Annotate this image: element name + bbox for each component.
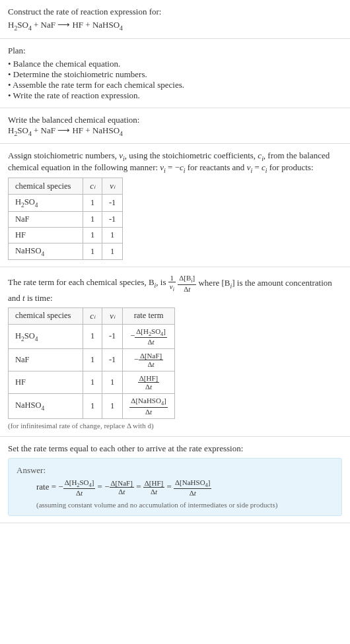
cell-species: NaHSO4 [9,243,83,260]
answer-equation: rate = −Δ[H2SO4]Δt = −Δ[NaF]Δt = Δ[HF]Δt… [36,478,333,497]
cell-c: 1 [83,227,102,243]
balanced-equation: H2SO4 + NaF ⟶ HF + NaHSO4 [8,125,342,137]
table-header-row: chemical species cᵢ νᵢ rate term [9,307,175,324]
cell-nu: -1 [102,195,122,212]
plan-item: Write the rate of reaction expression. [8,90,342,101]
final-section: Set the rate terms equal to each other t… [0,437,350,523]
cell-species: NaHSO4 [9,394,83,418]
cell-c: 1 [83,195,102,212]
cell-nu: -1 [102,349,122,371]
prompt-section: Construct the rate of reaction expressio… [0,0,350,39]
stoich-table: chemical species cᵢ νᵢ H2SO4 1 -1 NaF 1 … [8,177,123,260]
final-heading: Set the rate terms equal to each other t… [8,443,342,454]
cell-term: −Δ[NaF]Δt [123,349,174,371]
cell-species: HF [9,227,83,243]
plan-item: Balance the chemical equation. [8,59,342,69]
col-nu: νᵢ [102,178,122,195]
cell-nu: 1 [102,243,122,260]
answer-note: (assuming constant volume and no accumul… [36,501,333,509]
cell-c: 1 [83,394,102,418]
balanced-section: Write the balanced chemical equation: H2… [0,108,350,145]
cell-term: Δ[NaHSO4]Δt [123,394,174,418]
cell-c: 1 [83,324,102,348]
cell-c: 1 [83,243,102,260]
rate-term-table: chemical species cᵢ νᵢ rate term H2SO4 1… [8,307,175,419]
cell-c: 1 [83,211,102,227]
cell-nu: 1 [102,371,122,394]
rate-term-section: The rate term for each chemical species,… [0,267,350,436]
col-species: chemical species [9,307,83,324]
table-row: NaF 1 -1 [9,211,123,227]
cell-nu: -1 [102,324,122,348]
cell-species: H2SO4 [9,324,83,348]
stoich-section: Assign stoichiometric numbers, νi, using… [0,144,350,267]
plan-section: Plan: Balance the chemical equation. Det… [0,39,350,108]
cell-species: NaF [9,211,83,227]
rate-term-intro: The rate term for each chemical species,… [8,274,342,303]
cell-species: H2SO4 [9,195,83,212]
col-nu: νᵢ [102,307,122,324]
table-row: HF 1 1 [9,227,123,243]
answer-label: Answer: [17,465,333,476]
prompt-equation: H2SO4 + NaF ⟶ HF + NaHSO4 [8,20,342,32]
cell-species: HF [9,371,83,394]
frac-one-over-nu: 1 νi [168,274,176,292]
table-row: H2SO4 1 -1 [9,195,123,212]
table-header-row: chemical species cᵢ νᵢ [9,178,123,195]
cell-term: −Δ[H2SO4]Δt [123,324,174,348]
plan-list: Balance the chemical equation. Determine… [8,59,342,101]
cell-nu: 1 [102,227,122,243]
table-row: NaHSO4 1 1 Δ[NaHSO4]Δt [9,394,175,418]
table-row: H2SO4 1 -1 −Δ[H2SO4]Δt [9,324,175,348]
col-c: cᵢ [83,307,102,324]
cell-species: NaF [9,349,83,371]
table-row: HF 1 1 Δ[HF]Δt [9,371,175,394]
rate-term-note: (for infinitesimal rate of change, repla… [8,422,342,430]
answer-box: Answer: rate = −Δ[H2SO4]Δt = −Δ[NaF]Δt =… [8,458,342,516]
table-row: NaHSO4 1 1 [9,243,123,260]
stoich-text: Assign stoichiometric numbers, νi, using… [8,150,342,174]
plan-item: Determine the stoichiometric numbers. [8,69,342,80]
balanced-heading: Write the balanced chemical equation: [8,115,342,125]
frac-dB-dt: Δ[Bi] Δt [178,274,196,292]
col-species: chemical species [9,178,83,195]
cell-c: 1 [83,371,102,394]
col-c: cᵢ [83,178,102,195]
prompt-heading: Construct the rate of reaction expressio… [8,7,342,17]
cell-nu: 1 [102,394,122,418]
cell-nu: -1 [102,211,122,227]
cell-term: Δ[HF]Δt [123,371,174,394]
plan-item: Assemble the rate term for each chemical… [8,80,342,90]
table-row: NaF 1 -1 −Δ[NaF]Δt [9,349,175,371]
plan-heading: Plan: [8,46,342,56]
col-term: rate term [123,307,174,324]
cell-c: 1 [83,349,102,371]
